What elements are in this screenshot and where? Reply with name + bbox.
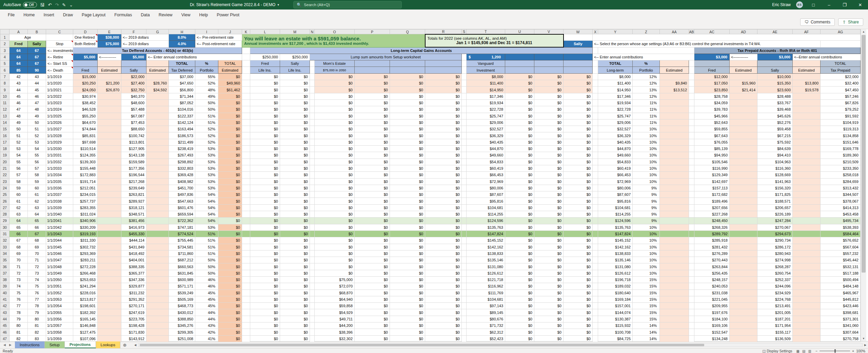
row-header-6[interactable]: 6	[0, 67, 9, 73]
cell-F47[interactable]: $143,912	[121, 335, 146, 342]
cell-F19[interactable]: $143,138	[121, 152, 146, 159]
cell-AG42[interactable]: $423,446	[821, 303, 861, 309]
cell-W46[interactable]: $0	[564, 329, 593, 335]
cell-Y29[interactable]: $124,596	[598, 218, 633, 224]
cell-V12[interactable]: $0	[534, 106, 564, 113]
cell-Q25[interactable]: $0	[390, 191, 425, 198]
horizontal-scroll-thumb[interactable]	[140, 344, 704, 346]
cell-A18[interactable]: 53	[9, 146, 28, 152]
cell-A7[interactable]: 42	[9, 73, 28, 80]
cell-K32[interactable]	[242, 237, 250, 244]
cell-C16[interactable]: 1/1/2028	[46, 132, 73, 139]
cell-AE17[interactable]: $75,592	[757, 139, 793, 145]
cell-X29[interactable]	[593, 218, 598, 224]
cell-K3[interactable]	[242, 47, 250, 54]
note-2019-dollars-2[interactable]: <-- 2019 dollars	[121, 41, 169, 47]
cell-W1[interactable]	[564, 34, 593, 41]
colhead-pct2-top[interactable]: %	[633, 60, 660, 67]
cell-AC19[interactable]: $94,950	[694, 152, 730, 159]
cell-M20[interactable]: $0	[280, 159, 310, 165]
cell-AC9[interactable]: $23,850	[694, 87, 730, 93]
cell-L13[interactable]: $0	[250, 113, 280, 119]
cell-AF40[interactable]	[793, 290, 821, 296]
cell-O42[interactable]: $59,858	[315, 303, 355, 309]
cell-U10[interactable]: $0	[505, 93, 534, 99]
cell-C20[interactable]: 1/1/2032	[46, 159, 73, 165]
cell-Z38[interactable]: 15%	[633, 276, 660, 283]
colhead-fred-life-ins[interactable]: Life Ins.	[250, 67, 280, 73]
row-header-17[interactable]: 17	[0, 139, 9, 145]
cell-C36[interactable]: 1/1/2048	[46, 263, 73, 270]
cell-R33[interactable]: $0	[425, 244, 462, 250]
cell-E42[interactable]	[98, 303, 121, 309]
cell-X37[interactable]	[593, 270, 598, 276]
cell-X18[interactable]	[593, 146, 598, 152]
cell-N19[interactable]	[310, 152, 315, 159]
cell-V35[interactable]: $0	[534, 257, 564, 263]
cell-G41[interactable]	[146, 296, 169, 302]
cell-AB12[interactable]	[689, 106, 694, 113]
share-button[interactable]: ⇪Share	[838, 18, 863, 26]
cell-AD19[interactable]	[730, 152, 757, 159]
cell-M23[interactable]: $0	[280, 178, 310, 185]
cell-K15[interactable]	[242, 126, 250, 132]
cell-G23[interactable]	[146, 178, 169, 185]
cell-X15[interactable]	[593, 126, 598, 132]
cell-F20[interactable]: $159,589	[121, 159, 146, 165]
cell-G39[interactable]	[146, 283, 169, 290]
cell-D38[interactable]: $253,653	[73, 276, 98, 283]
cell-W40[interactable]: $0	[564, 290, 593, 296]
cell-Z18[interactable]: 10%	[633, 146, 660, 152]
cell-Y12[interactable]: $22,728	[598, 106, 633, 113]
cell-X45[interactable]	[593, 322, 598, 329]
cell-O19[interactable]: $0	[315, 152, 355, 159]
cell-AC14[interactable]: $52,643	[694, 119, 730, 126]
cell-B30[interactable]: 66	[28, 224, 46, 230]
cell-E33[interactable]	[98, 244, 121, 250]
zoom-slider[interactable]	[820, 351, 850, 351]
cell-M47[interactable]: $0	[280, 335, 310, 342]
cell-B34[interactable]: 70	[28, 250, 46, 257]
cell-R11[interactable]: $0	[425, 99, 462, 106]
cell-V43[interactable]: $0	[534, 309, 564, 316]
column-header-G[interactable]: G	[146, 30, 169, 34]
cell-R41[interactable]: $0	[425, 296, 462, 302]
cell-AE10[interactable]: $28,488	[757, 93, 793, 99]
menu-tab-file[interactable]: File	[4, 11, 18, 19]
cell-AE16[interactable]: $67,215	[757, 132, 793, 139]
cell-X11[interactable]	[593, 99, 598, 106]
cell-H8[interactable]: $47,650	[169, 80, 195, 87]
cell-H30[interactable]: $747,181	[169, 224, 195, 230]
cell-B11[interactable]: 47	[28, 99, 46, 106]
cell-G31[interactable]	[146, 230, 169, 237]
cell-A21[interactable]: 56	[9, 165, 28, 171]
cell-P27[interactable]: $0	[355, 204, 390, 211]
cell-AB14[interactable]	[689, 119, 694, 126]
cell-O38[interactable]: $75,000	[315, 276, 355, 283]
cell-G17[interactable]	[146, 139, 169, 145]
cell-L17[interactable]: $0	[250, 139, 280, 145]
cell-N12[interactable]	[310, 106, 315, 113]
column-header-AE[interactable]: AE	[757, 30, 793, 34]
cell-F7[interactable]: $22,000	[121, 73, 146, 80]
cell-AF25[interactable]	[793, 191, 821, 198]
cell-AF34[interactable]	[793, 250, 821, 257]
cell-fred-label[interactable]: Fred	[9, 41, 28, 47]
cell-X26[interactable]	[593, 198, 598, 204]
row-header-42[interactable]: 42	[0, 303, 9, 309]
save-icon[interactable]: 🖫	[40, 2, 45, 7]
cell-K25[interactable]	[242, 191, 250, 198]
cell-E19[interactable]	[98, 152, 121, 159]
cell-L35[interactable]: $0	[250, 257, 280, 263]
cell-AG19[interactable]: $189,360	[821, 152, 861, 159]
cell-Y20[interactable]: $54,833	[598, 159, 633, 165]
cell-P15[interactable]: $0	[355, 126, 390, 132]
cell-C43[interactable]: 1/1/2055	[46, 309, 73, 316]
cell-V18[interactable]: $0	[534, 146, 564, 152]
row-header-3[interactable]: 3	[0, 47, 9, 54]
cell-P31[interactable]: $0	[355, 230, 390, 237]
cell-D47[interactable]: $107,096	[73, 335, 98, 342]
cell-U8[interactable]: $0	[505, 80, 534, 87]
cell-D26[interactable]: $257,737	[73, 198, 98, 204]
cell-B36[interactable]: 72	[28, 263, 46, 270]
